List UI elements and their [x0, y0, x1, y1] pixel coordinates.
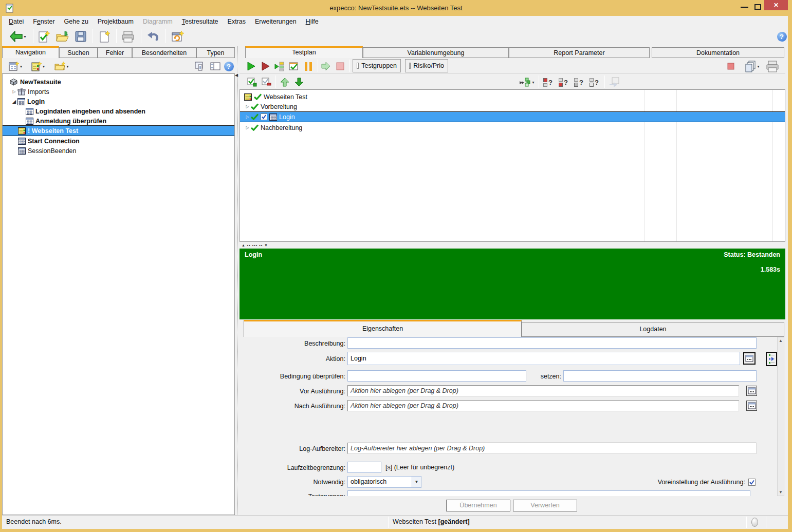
aktion-browse-button[interactable]	[743, 352, 756, 365]
query-skipped-button[interactable]: ?	[587, 75, 601, 89]
apply-button[interactable]: Übernehmen	[446, 500, 510, 511]
tab-fehler[interactable]: Fehler	[98, 47, 132, 58]
scroll-down-icon[interactable]: ▼	[778, 490, 784, 495]
panel-splitter[interactable]: ◀	[235, 46, 240, 515]
tab-report-parameter[interactable]: Report Parameter	[509, 47, 650, 58]
tree-item-webseiten-test[interactable]: ! Webseiten Test	[3, 125, 234, 136]
back-button[interactable]: ▾	[6, 28, 30, 45]
pause-button[interactable]	[302, 60, 315, 73]
aktion-input[interactable]	[347, 352, 740, 365]
testgruppen-checkbox[interactable]	[357, 63, 359, 69]
beschreibung-input[interactable]	[347, 337, 757, 349]
splitter-collapse-icon[interactable]: ◀	[235, 73, 238, 78]
aktion-tree-button[interactable]	[766, 352, 777, 366]
notwendig-select[interactable]: obligatorisch ▼	[347, 476, 421, 488]
split-view-button[interactable]	[209, 60, 222, 73]
form-scrollbar[interactable]: ▲ ▼	[777, 337, 784, 496]
testgruppen-checkbox-group[interactable]: Testgruppen	[353, 59, 401, 72]
open-button[interactable]	[53, 28, 71, 45]
menu-datei[interactable]: Datei	[4, 17, 28, 26]
tree-item-imports[interactable]: ▷ Imports	[3, 87, 234, 97]
menu-gehe-zu[interactable]: Gehe zu	[60, 17, 93, 26]
tree-item-logindaten[interactable]: Logindaten eingeben und absenden	[3, 106, 234, 116]
testplan-row-login[interactable]: ▷ Login	[240, 111, 785, 122]
expander-collapsed-icon[interactable]: ▷	[244, 125, 251, 130]
run-button[interactable]	[244, 60, 257, 73]
query-failed-button[interactable]: ?	[541, 75, 555, 89]
new-folder-button[interactable]: ▾	[51, 60, 72, 73]
tree-item-start-connection[interactable]: Start Connection	[3, 136, 234, 146]
check-remove-button[interactable]	[260, 75, 273, 89]
voreinstellung-checkbox[interactable]	[748, 479, 756, 486]
tree-item-newtestsuite[interactable]: NewTestsuite	[3, 77, 234, 87]
expander-collapsed-icon[interactable]: ▷	[244, 115, 251, 119]
tree-item-anmeldung[interactable]: Anmeldung überprüfen	[3, 116, 234, 126]
print-testplan-button[interactable]	[765, 60, 780, 73]
combo-arrow-icon[interactable]: ▼	[412, 477, 421, 487]
vor-ausfuehrung-browse-button[interactable]	[746, 386, 757, 396]
stop-button[interactable]	[334, 60, 347, 73]
query-unrun-button[interactable]: ?	[556, 75, 570, 89]
scroll-up-icon[interactable]: ▲	[778, 338, 784, 343]
tab-navigation[interactable]: Navigation	[2, 46, 59, 58]
move-down-button[interactable]	[292, 75, 306, 89]
log-aufbereiter-dropzone[interactable]	[347, 443, 757, 454]
run-step-button[interactable]	[273, 60, 286, 73]
navigation-help-button[interactable]	[222, 60, 235, 73]
move-up-button[interactable]	[278, 75, 291, 89]
tab-eigenschaften[interactable]: Eigenschaften	[244, 320, 522, 337]
menu-hilfe[interactable]: Hilfe	[301, 17, 323, 26]
tab-besonderheiten[interactable]: Besonderheiten	[132, 47, 196, 58]
tab-dokumentation[interactable]: Dokumentation	[652, 47, 784, 58]
settings-reload-button[interactable]	[169, 28, 186, 45]
close-button[interactable]: ✕	[764, 0, 788, 10]
testplan-row-nachbereitung[interactable]: ▷ Nachbereitung	[240, 123, 785, 132]
resume-button[interactable]	[319, 60, 333, 73]
discard-button[interactable]: Verwerfen	[513, 500, 577, 511]
accept-button[interactable]	[35, 28, 52, 45]
save-button[interactable]	[72, 28, 89, 45]
run-to-button[interactable]: ▾	[516, 75, 538, 89]
expander-collapsed-icon[interactable]: ▷	[11, 89, 17, 94]
laufzeitbegrenzung-input[interactable]	[347, 462, 381, 473]
run-checked-button[interactable]	[287, 60, 301, 73]
nach-ausfuehrung-dropzone[interactable]	[347, 400, 739, 411]
testgruppen-form-input[interactable]	[347, 490, 750, 496]
tab-typen[interactable]: Typen	[196, 47, 235, 58]
stop-small-button[interactable]	[725, 60, 736, 73]
print-button[interactable]	[119, 28, 137, 45]
risiko-checkbox-group[interactable]: Risiko/Prio	[405, 59, 448, 72]
menu-testresultate[interactable]: Testresultate	[177, 17, 223, 26]
risiko-checkbox[interactable]	[409, 63, 411, 69]
run-debug-button[interactable]	[259, 60, 272, 73]
new-action-button[interactable]: ▾	[5, 60, 26, 73]
menu-extras[interactable]: Extras	[223, 17, 250, 26]
menu-fenster[interactable]: Fenster	[28, 17, 59, 26]
menu-projektbaum[interactable]: Projektbaum	[93, 17, 138, 26]
setzen-input[interactable]	[563, 370, 757, 382]
float-window-button[interactable]	[193, 60, 207, 73]
tab-logdaten[interactable]: Logdaten	[522, 322, 784, 337]
check-add-button[interactable]	[245, 75, 259, 89]
new-testcase-button[interactable]: ▾	[28, 60, 48, 73]
nach-ausfuehrung-browse-button[interactable]	[746, 401, 757, 411]
expander-expanded-icon[interactable]: ◢	[11, 99, 17, 104]
undo-button[interactable]	[144, 28, 161, 45]
expander-collapsed-icon[interactable]: ▷	[244, 104, 251, 109]
maximize-button[interactable]	[754, 4, 761, 10]
copy-pages-button[interactable]: ▾	[742, 60, 762, 73]
result-splitter[interactable]: ▲ ▪▪ ▪▪▪ ▪▪ ▼	[240, 242, 785, 249]
testplan-row-vorbereitung[interactable]: ▷ Vorbereitung	[240, 102, 785, 111]
menu-erweiterungen[interactable]: Erweiterungen	[250, 17, 301, 26]
new-document-button[interactable]	[96, 28, 113, 45]
checked-checkbox-icon[interactable]	[261, 113, 267, 120]
minimize-button[interactable]	[741, 7, 748, 8]
vor-ausfuehrung-dropzone[interactable]	[347, 385, 739, 396]
tab-variablenumgebung[interactable]: Variablenumgebung	[363, 47, 509, 58]
query-open-button[interactable]: ?	[572, 75, 586, 89]
tab-suchen[interactable]: Suchen	[59, 47, 98, 58]
tab-testplan[interactable]: Testplan	[245, 46, 363, 58]
tree-item-sessionbeenden[interactable]: SessionBeenden	[3, 146, 234, 156]
help-button[interactable]	[773, 28, 790, 45]
tree-item-login[interactable]: ◢ Login	[3, 97, 234, 106]
